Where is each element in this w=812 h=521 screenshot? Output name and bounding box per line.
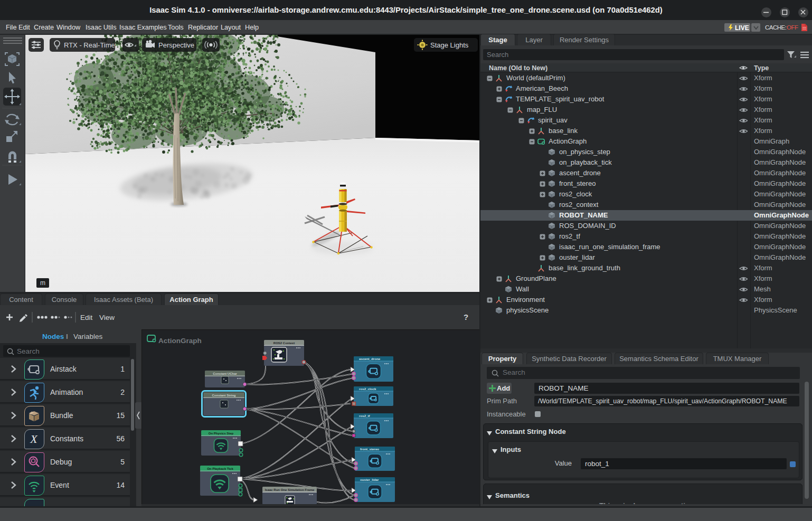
svg-text:front_stereo: front_stereo [360,447,379,451]
svg-text:On Playback Tick: On Playback Tick [207,467,233,470]
svg-text:ascent_drone: ascent_drone [359,357,381,361]
svg-text:ros2_tf: ros2_tf [359,414,371,418]
svg-text:Constant String: Constant String [212,394,236,397]
svg-text:ActionGraph: ActionGraph [158,337,202,345]
svg-text:On Physics Step: On Physics Step [209,432,234,435]
svg-text:X: X [30,432,38,446]
svg-text:ROS2 Context: ROS2 Context [273,342,295,345]
svg-text:ros2_clock: ros2_clock [359,387,376,391]
svg-text:ouster_lidar: ouster_lidar [360,478,379,481]
svg-text:Isaac Run One Simulation Frame: Isaac Run One Simulation Frame [265,488,315,491]
svg-text:Constant UChar: Constant UChar [213,372,237,375]
